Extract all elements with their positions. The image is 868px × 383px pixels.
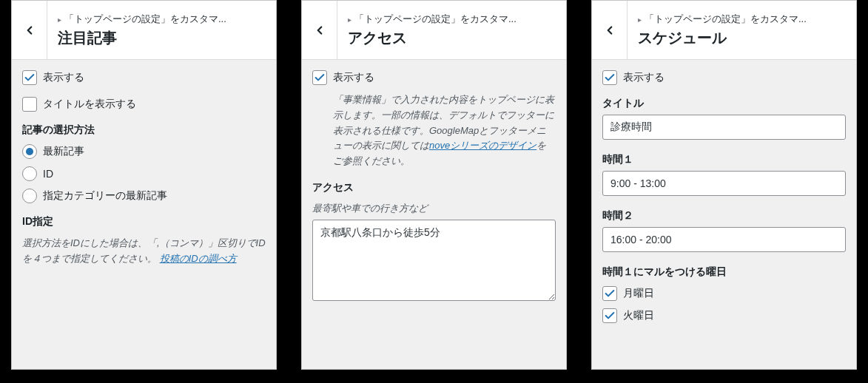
day-mon-checkbox[interactable] <box>602 286 617 301</box>
show-label: 表示する <box>43 71 84 84</box>
back-button[interactable] <box>302 1 337 59</box>
title-field-label: タイトル <box>602 97 846 110</box>
time2-input[interactable] <box>602 227 846 252</box>
chevron-left-icon <box>23 24 36 37</box>
breadcrumb[interactable]: 「トップページの設定」をカスタマ... <box>58 12 266 27</box>
show-label: 表示する <box>623 71 665 84</box>
breadcrumb[interactable]: 「トップページの設定」をカスタマ... <box>638 12 846 27</box>
panel-header: 「トップページの設定」をカスタマ... 注目記事 <box>12 1 276 60</box>
select-method-heading: 記事の選択方法 <box>22 123 266 137</box>
radio-category[interactable] <box>22 189 37 203</box>
show-description: 「事業情報」で入力された内容をトップページに表示します。一部の情報は、デフォルト… <box>312 92 556 169</box>
header-text: 「トップページの設定」をカスタマ... 注目記事 <box>47 1 276 59</box>
title-input[interactable] <box>602 115 846 140</box>
breadcrumb[interactable]: 「トップページの設定」をカスタマ... <box>348 12 556 27</box>
access-textarea[interactable] <box>312 220 556 301</box>
radio-id-label: ID <box>43 168 53 180</box>
customizer-panel-access: 「トップページの設定」をカスタマ... アクセス 表示する 「事業情報」で入力さ… <box>301 0 567 370</box>
panel-body: 表示する タイトルを表示する 記事の選択方法 最新記事 ID 指定カテゴリーの最… <box>12 60 276 277</box>
panel-title: 注目記事 <box>58 28 266 48</box>
day-tue-label: 火曜日 <box>623 309 654 322</box>
back-button[interactable] <box>592 1 628 59</box>
time1-input[interactable] <box>602 171 846 196</box>
radio-category-label: 指定カテゴリーの最新記事 <box>43 189 167 203</box>
id-desc-link[interactable]: 投稿のIDの調べ方 <box>160 253 237 264</box>
panel-header: 「トップページの設定」をカスタマ... アクセス <box>302 1 566 60</box>
check-icon <box>24 72 36 84</box>
panel-body: 表示する タイトル 時間１ 時間２ 時間１にマルをつける曜日 月曜日 火曜日 <box>592 60 856 341</box>
desc-link[interactable]: noveシリーズのデザイン <box>429 140 536 151</box>
show-checkbox[interactable] <box>602 70 617 85</box>
chevron-left-icon <box>313 24 326 37</box>
show-title-label: タイトルを表示する <box>43 98 136 111</box>
access-heading: アクセス <box>312 181 556 194</box>
panel-body: 表示する 「事業情報」で入力された内容をトップページに表示します。一部の情報は、… <box>302 60 566 313</box>
check-icon <box>604 310 616 322</box>
show-checkbox[interactable] <box>22 70 37 85</box>
radio-id[interactable] <box>22 166 37 181</box>
radio-latest[interactable] <box>22 144 37 159</box>
panel-title: アクセス <box>348 28 556 48</box>
chevron-left-icon <box>603 24 616 37</box>
panel-title: スケジュール <box>638 28 846 48</box>
day-mon-label: 月曜日 <box>623 287 654 300</box>
days-heading: 時間１にマルをつける曜日 <box>602 265 846 279</box>
header-text: 「トップページの設定」をカスタマ... アクセス <box>337 1 566 59</box>
access-sublabel: 最寄駅や車での行き方など <box>312 202 556 215</box>
check-icon <box>604 72 616 84</box>
time1-label: 時間１ <box>602 153 846 166</box>
show-title-checkbox[interactable] <box>22 97 37 112</box>
header-text: 「トップページの設定」をカスタマ... スケジュール <box>628 1 856 59</box>
customizer-panel-featured: 「トップページの設定」をカスタマ... 注目記事 表示する タイトルを表示する … <box>11 0 277 370</box>
back-button[interactable] <box>12 1 47 59</box>
time2-label: 時間２ <box>602 209 846 223</box>
check-icon <box>604 288 616 299</box>
day-tue-checkbox[interactable] <box>602 308 617 323</box>
radio-latest-label: 最新記事 <box>43 145 84 158</box>
show-checkbox[interactable] <box>312 70 327 85</box>
id-description: 選択方法をIDにした場合は、「,（コンマ）」区切りでIDを４つまで指定してくださ… <box>22 236 266 267</box>
id-heading: ID指定 <box>22 215 266 228</box>
panel-header: 「トップページの設定」をカスタマ... スケジュール <box>592 1 856 60</box>
check-icon <box>314 72 326 84</box>
customizer-panel-schedule: 「トップページの設定」をカスタマ... スケジュール 表示する タイトル 時間１… <box>591 0 857 370</box>
show-label: 表示する <box>333 71 374 84</box>
